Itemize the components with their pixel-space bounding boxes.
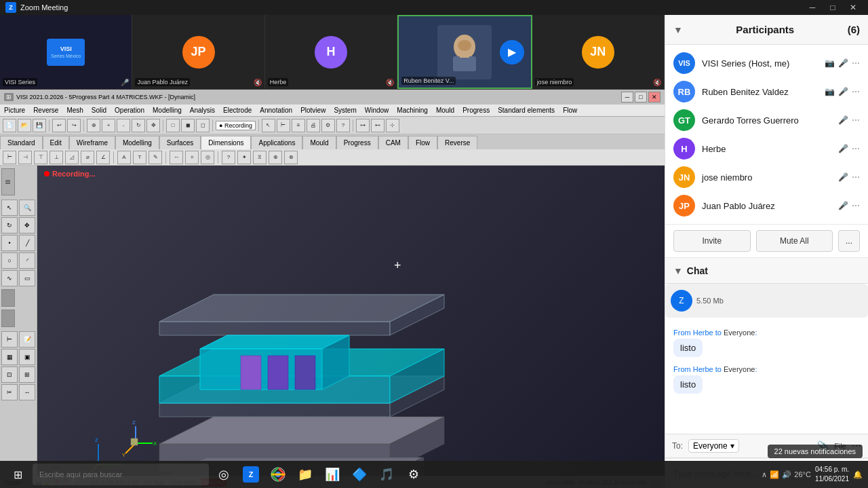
sub-tb-btn3[interactable]: ⊤: [34, 151, 47, 164]
tb-undo[interactable]: ↩: [52, 119, 66, 132]
lt-hatch[interactable]: ▦: [1, 349, 18, 365]
tb-zoom-in[interactable]: +: [102, 119, 115, 132]
taskbar-clock[interactable]: 04:56 p. m. 11/06/2021: [815, 465, 849, 484]
maximize-button[interactable]: □: [823, 0, 842, 15]
tb-new[interactable]: 📄: [3, 119, 16, 132]
chat-collapse-btn[interactable]: ▼: [673, 265, 683, 276]
taskbar-app1-icon[interactable]: 📊: [320, 462, 344, 487]
lt-trim[interactable]: ✂: [1, 384, 18, 400]
taskbar-chrome-icon[interactable]: [266, 462, 290, 487]
lt-array[interactable]: ⊞: [19, 367, 35, 383]
sub-tb-btn17[interactable]: ⊕: [269, 151, 282, 164]
menu-system[interactable]: System: [330, 105, 360, 116]
sub-tb-btn8[interactable]: A: [117, 151, 131, 164]
tb-rotate[interactable]: ↻: [132, 119, 145, 132]
tb-hidden[interactable]: ◻: [196, 119, 210, 132]
taskbar-zoom-icon[interactable]: Z: [239, 462, 263, 487]
tb-dim2[interactable]: ⊷: [371, 119, 384, 132]
tab-dimensions[interactable]: Dimensions: [201, 136, 251, 149]
sub-tb-btn4[interactable]: ⊥: [50, 151, 63, 164]
tb-help[interactable]: ?: [336, 119, 350, 132]
video-tile-visi[interactable]: VISI Series México VISI Series 🎤: [0, 15, 132, 89]
lt-arc[interactable]: ◜: [19, 252, 35, 269]
tab-cam[interactable]: CAM: [378, 136, 408, 149]
sub-tb-btn11[interactable]: ↔: [170, 151, 183, 164]
lt-small-nav2[interactable]: [1, 309, 15, 327]
cad-close-btn[interactable]: ✕: [648, 92, 660, 102]
sub-tb-btn1[interactable]: ⊢: [3, 151, 16, 164]
lt-transform[interactable]: ⊡: [1, 367, 18, 383]
taskbar-app3-icon[interactable]: 🎵: [374, 462, 399, 487]
menu-picture[interactable]: Picture: [0, 105, 29, 116]
more-options-button[interactable]: ...: [838, 230, 860, 252]
tb-dim1[interactable]: ⊶: [356, 119, 370, 132]
taskbar-folder-icon[interactable]: 📁: [293, 462, 317, 487]
tab-flow[interactable]: Flow: [408, 136, 437, 149]
menu-electrode[interactable]: Electrode: [219, 105, 256, 116]
minimize-button[interactable]: ─: [803, 0, 822, 15]
tab-reverse[interactable]: Reverse: [437, 136, 477, 149]
video-tile-herbe[interactable]: H Herbe 🔇: [265, 15, 397, 89]
sub-tb-btn15[interactable]: ✦: [237, 151, 251, 164]
lt-fill[interactable]: ▣: [19, 349, 35, 365]
tb-open[interactable]: 📂: [18, 119, 31, 132]
lt-rotate3d[interactable]: ↻: [1, 217, 18, 233]
tab-progress[interactable]: Progress: [336, 136, 378, 149]
sub-tb-btn14[interactable]: ?: [222, 151, 235, 164]
sub-tb-btn6[interactable]: ⌀: [81, 151, 94, 164]
lt-circle[interactable]: ○: [1, 252, 18, 269]
to-everyone-dropdown[interactable]: Everyone ▾: [688, 439, 739, 453]
participant-gerardo[interactable]: GT Gerardo Torres Guerrero 🎤 ⋯: [665, 106, 868, 134]
lt-zoom[interactable]: 🔍: [19, 200, 35, 216]
play-button[interactable]: ▶: [500, 40, 524, 64]
taskbar-notif-icon[interactable]: 🔔: [853, 470, 863, 479]
taskbar-network-icon[interactable]: 📶: [770, 470, 779, 479]
menu-progress[interactable]: Progress: [458, 105, 494, 116]
participant-visi[interactable]: VIS VISI Series (Host, me) 📷 🎤 ⋯: [665, 49, 868, 77]
participant-jose[interactable]: JN jose niembro 🎤 ⋯: [665, 163, 868, 191]
close-button[interactable]: ✕: [844, 0, 863, 15]
mute-all-button[interactable]: Mute All: [756, 230, 833, 252]
taskbar-sound-icon[interactable]: 🔊: [782, 470, 791, 479]
invite-button[interactable]: Invite: [673, 230, 751, 252]
tab-surfaces[interactable]: Surfaces: [159, 136, 201, 149]
lt-dim[interactable]: ⊢: [1, 331, 18, 348]
tb-select[interactable]: ↖: [262, 119, 275, 132]
sub-tb-btn12[interactable]: ⌗: [185, 151, 199, 164]
taskbar-cortana-icon[interactable]: ◎: [212, 462, 236, 487]
sub-tb-btn10[interactable]: ✎: [149, 151, 162, 164]
lt-extend[interactable]: ↔: [19, 384, 35, 400]
tab-standard[interactable]: Standard: [0, 136, 43, 149]
taskbar-expand-icon[interactable]: ∧: [762, 470, 767, 479]
sub-tb-btn2[interactable]: ⊣: [18, 151, 32, 164]
cad-viewport[interactable]: Recording... +: [37, 166, 665, 476]
tb-shade[interactable]: ◼: [181, 119, 195, 132]
sub-tb-btn18[interactable]: ⊗: [284, 151, 298, 164]
menu-window[interactable]: Window: [361, 105, 393, 116]
lt-small-nav1[interactable]: [1, 289, 15, 307]
cad-restore-btn[interactable]: □: [635, 92, 647, 102]
sub-tb-btn5[interactable]: ◿: [65, 151, 79, 164]
video-tile-jose[interactable]: JN jose niembro 🔇: [532, 15, 665, 89]
menu-machining[interactable]: Machining: [393, 105, 432, 116]
side-panel-toggle[interactable]: |||: [1, 168, 15, 195]
sub-tb-btn13[interactable]: ◎: [201, 151, 214, 164]
tb-measure[interactable]: ⊢: [277, 119, 290, 132]
participants-collapse-btn[interactable]: ▼: [673, 24, 683, 35]
cad-minimize-btn[interactable]: ─: [621, 92, 633, 102]
tb-redo[interactable]: ↪: [67, 119, 81, 132]
participant-ruben[interactable]: RB Ruben Benitez Valdez 📷 🎤 ⋯: [665, 77, 868, 106]
tb-print[interactable]: 🖨: [307, 119, 320, 132]
sub-tb-btn7[interactable]: ∠: [96, 151, 110, 164]
tb-settings[interactable]: ⚙: [321, 119, 335, 132]
video-tile-juanpablo[interactable]: JP Juan Pablo Juárez 🔇: [132, 15, 264, 89]
menu-plotview[interactable]: Plotview: [296, 105, 330, 116]
menu-operation[interactable]: Operation: [111, 105, 149, 116]
lt-select[interactable]: ↖: [1, 200, 18, 216]
sub-tb-btn9[interactable]: T: [133, 151, 146, 164]
tb-dim3[interactable]: ⊹: [386, 119, 399, 132]
menu-mould[interactable]: Mould: [432, 105, 458, 116]
menu-flow[interactable]: Flow: [559, 105, 581, 116]
tb-wire[interactable]: □: [166, 119, 180, 132]
tb-layer[interactable]: ≡: [292, 119, 305, 132]
